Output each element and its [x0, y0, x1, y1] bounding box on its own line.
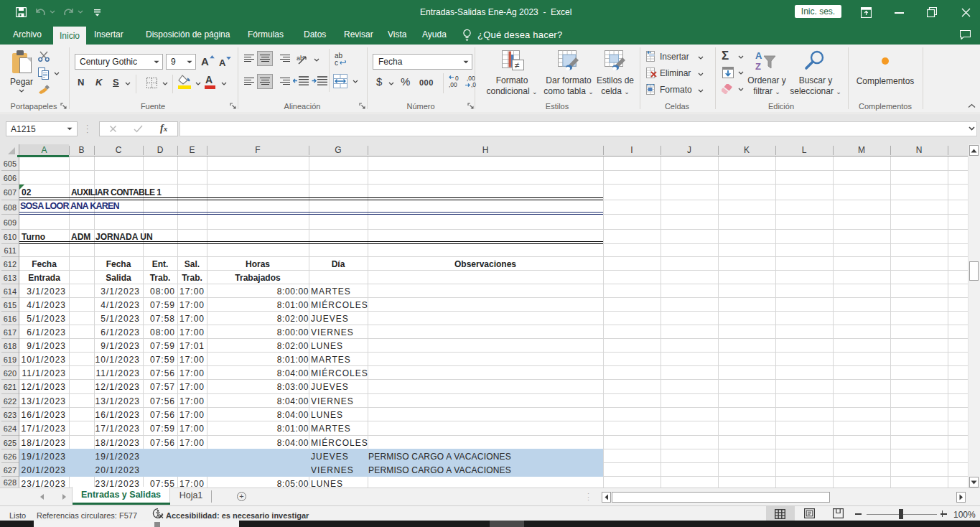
svg-text:A: A — [755, 50, 762, 61]
svg-text:c: c — [335, 59, 338, 66]
svg-text:ab: ab — [297, 55, 304, 62]
svg-text:,00: ,00 — [449, 81, 457, 88]
svg-text:Z: Z — [755, 61, 761, 72]
svg-text:≠: ≠ — [515, 60, 520, 70]
